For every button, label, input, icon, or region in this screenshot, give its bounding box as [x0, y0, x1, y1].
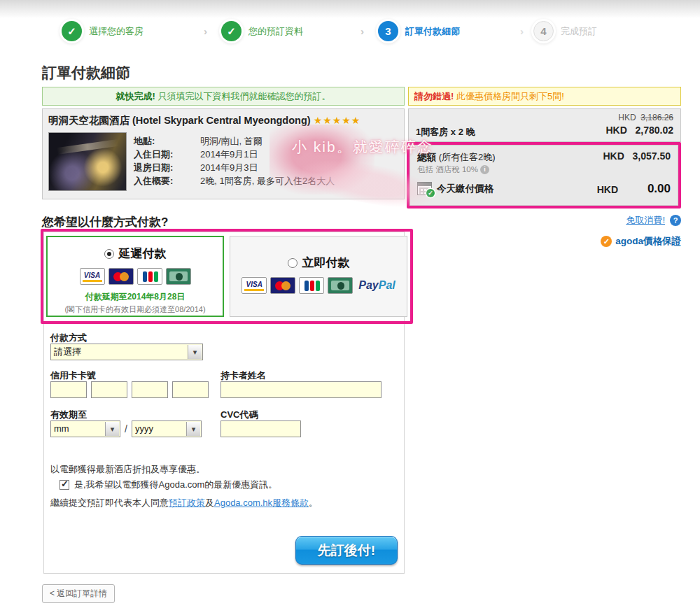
tax-note: 包括 酒店稅 10%i: [417, 164, 489, 175]
step3-label: 訂單付款細節: [405, 25, 460, 38]
step2-label: 您的預訂資料: [248, 25, 303, 38]
room-price-box: HKD 3,186.26 1間客房 x 2 晚 HKD 2,780.02: [408, 108, 681, 142]
currency-label: HKD: [618, 113, 636, 122]
page-title: 訂單付款細節: [42, 63, 130, 83]
payment-method-question: 您希望以什麼方式付款?: [42, 214, 168, 230]
calendar-icon: ✓: [417, 182, 432, 195]
total-sublabel: (所有住客2晚): [439, 152, 496, 162]
expiry-month-select[interactable]: mm ▾: [50, 420, 120, 437]
booking-policy-link[interactable]: 預訂政策: [169, 497, 205, 508]
dropdown-arrow-icon[interactable]: ▾: [186, 422, 200, 436]
chevron-right-icon: ›: [204, 25, 207, 37]
original-price: HKD 3,186.26: [618, 113, 673, 122]
room-price-amount: 2,780.02: [636, 125, 674, 136]
total-price-value: HKD 3,057.50: [603, 150, 671, 162]
urgency-banner: 請勿錯過! 此優惠價格房間只剩下5間!: [408, 87, 681, 106]
email-optin-text: 是,我希望以電郵獲得Agoda.com的最新優惠資訊。: [74, 479, 277, 491]
step-complete-booking: 4 完成預訂: [533, 21, 597, 41]
hotel-star-rating: ★★★★★: [314, 115, 361, 126]
payment-method-select[interactable]: 請選擇 ▾: [50, 344, 203, 360]
total-label-bold: 總額: [417, 152, 436, 162]
cvc-field[interactable]: [220, 420, 301, 437]
price-highlight-annotation: 總額 (所有住客2晚) HKD 3,057.50 包括 酒店稅 10%i ✓ 今…: [407, 142, 681, 208]
chevron-right-icon: ›: [360, 25, 364, 37]
expiry-separator: /: [125, 423, 127, 434]
total-price-amount: 3,057.50: [633, 150, 671, 162]
pay-today-label: 今天繳付價格: [437, 183, 493, 195]
book-now-pay-later-button[interactable]: 先訂後付!: [295, 536, 398, 565]
step-booking-info: ✓ 您的預訂資料: [221, 21, 303, 41]
dropdown-arrow-icon[interactable]: ▾: [105, 422, 119, 436]
room-price-value: HKD 2,780.02: [606, 125, 673, 136]
checkin-label: 入住日期:: [134, 148, 200, 161]
checkout-label: 退房日期:: [134, 161, 200, 174]
free-cancellation-row: 免取消費!?: [408, 213, 681, 227]
payment-method-selected-value: 請選擇: [54, 346, 81, 357]
hotel-details: 地點: 明洞/南山, 首爾 入住日期: 2014年9月1日 退房日期: 2014…: [134, 134, 335, 188]
pay-today-row: ✓ 今天繳付價格: [417, 182, 493, 195]
total-price-box: 總額 (所有住客2晚) HKD 3,057.50 包括 酒店稅 10%i ✓ 今…: [410, 145, 678, 206]
card-number-field-3[interactable]: [132, 381, 168, 398]
booking-payment-page: ✓ 選擇您的客房 › ✓ 您的預訂資料 › 3 訂單付款細節 › 4 完成預訂 …: [0, 0, 700, 608]
location-value: 明洞/南山, 首爾: [200, 134, 262, 148]
location-label: 地點:: [134, 134, 200, 148]
guarantee-check-icon: ✓: [601, 236, 612, 247]
total-label: 總額 (所有住客2晚): [417, 151, 496, 164]
price-guarantee-text: agoda價格保證: [615, 236, 681, 246]
price-guarantee-row: ✓agoda價格保證: [408, 234, 681, 248]
stay-summary-row: 入住概要: 2晚, 1間客房, 最多可入住2名大人: [134, 174, 335, 188]
checkin-value: 2014年9月1日: [200, 148, 258, 161]
card-number-field-4[interactable]: [172, 381, 209, 398]
terms-of-service-link[interactable]: Agoda.com.hk服務條款: [214, 497, 309, 508]
checkin-row: 入住日期: 2014年9月1日: [134, 148, 335, 161]
email-promo-text: 以電郵獲得最新酒店折扣及專享優惠。: [50, 463, 205, 476]
dropdown-arrow-icon[interactable]: ▾: [188, 345, 202, 359]
banner-green-bold: 就快完成!: [116, 91, 155, 101]
payment-method-label: 付款方式: [50, 332, 87, 344]
card-holder-field[interactable]: [220, 381, 382, 398]
expiry-year-select[interactable]: yyyy ▾: [132, 420, 202, 437]
calendar-check-icon: ✓: [426, 189, 435, 197]
step-choose-room: ✓ 選擇您的客房: [62, 21, 144, 41]
info-icon[interactable]: i: [480, 165, 489, 174]
expiry-label: 有效期至: [50, 409, 87, 421]
email-optin-row: 是,我希望以電郵獲得Agoda.com的最新優惠資訊。: [59, 479, 277, 491]
pay-today-amount: 0.00: [648, 182, 671, 196]
step3-number-badge: 3: [378, 21, 398, 41]
expiry-month-value: mm: [54, 423, 69, 434]
back-to-order-details-button[interactable]: < 返回訂單詳情: [42, 584, 115, 603]
hotel-name-text: 明洞天空花園酒店 (Hotel Skypark Central Myeongdo…: [48, 115, 311, 126]
hotel-photo: [48, 132, 127, 191]
terms-prefix: 繼續提交預訂即代表本人同意: [50, 497, 169, 508]
banner-yellow-rest: 此優惠價格房間只剩下5間!: [456, 91, 564, 101]
terms-suffix: 。: [309, 497, 318, 508]
hotel-location-row: 地點: 明洞/南山, 首爾: [134, 134, 335, 148]
tax-note-text: 包括 酒店稅 10%: [417, 165, 478, 174]
card-number-field-1[interactable]: [50, 381, 87, 398]
strikethrough-price: 3,186.26: [640, 113, 673, 122]
chevron-right-icon: ›: [520, 25, 524, 37]
currency-label: HKD: [606, 125, 626, 136]
help-question-icon[interactable]: ?: [670, 215, 681, 226]
hotel-summary-box: 明洞天空花園酒店 (Hotel Skypark Central Myeongdo…: [42, 108, 405, 199]
almost-done-banner: 就快完成! 只須填完以下資料我們就能確認您的預訂。: [42, 87, 405, 106]
cvc-label: CVC代碼: [220, 409, 258, 421]
step4-number-badge: 4: [533, 21, 554, 41]
top-gradient: [0, 0, 700, 18]
free-cancellation-link[interactable]: 免取消費!: [626, 215, 665, 225]
room-nights-label: 1間客房 x 2 晚: [416, 126, 475, 139]
step2-check-icon: ✓: [221, 21, 241, 41]
hotel-name: 明洞天空花園酒店 (Hotel Skypark Central Myeongdo…: [48, 114, 398, 127]
expiry-year-value: yyyy: [135, 423, 153, 434]
banner-green-rest: 只須填完以下資料我們就能確認您的預訂。: [158, 91, 330, 101]
banner-yellow-bold: 請勿錯過!: [414, 91, 454, 101]
card-number-field-2[interactable]: [91, 381, 127, 398]
terms-mid: 及: [205, 497, 214, 508]
checkout-row: 退房日期: 2014年9月3日: [134, 161, 335, 174]
pay-today-currency: HKD: [597, 184, 618, 195]
step1-label: 選擇您的客房: [89, 25, 144, 38]
email-optin-checkbox[interactable]: [59, 480, 69, 490]
payment-options-annotation: [41, 229, 413, 324]
step1-check-icon: ✓: [62, 21, 82, 41]
card-holder-label: 持卡者姓名: [220, 369, 266, 382]
